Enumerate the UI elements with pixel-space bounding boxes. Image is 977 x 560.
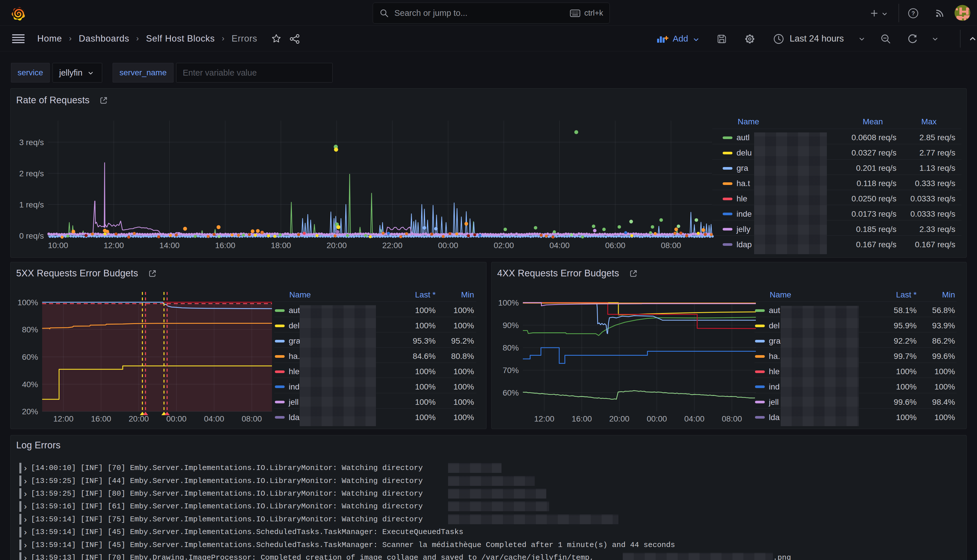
svg-text:12:00: 12:00 <box>104 241 124 250</box>
svg-text:100%: 100% <box>17 298 38 307</box>
svg-text:18:00: 18:00 <box>271 241 291 250</box>
svg-text:00:00: 00:00 <box>438 241 458 250</box>
svg-text:0 req/s: 0 req/s <box>19 232 44 240</box>
svg-text:04:00: 04:00 <box>549 241 569 250</box>
svg-text:08:00: 08:00 <box>242 414 262 423</box>
svg-text:?: ? <box>912 10 915 17</box>
svg-text:10:00: 10:00 <box>48 241 68 250</box>
svg-text:04:00: 04:00 <box>204 414 224 423</box>
svg-text:16:00: 16:00 <box>215 241 235 250</box>
svg-text:90%: 90% <box>503 321 519 330</box>
svg-text:3 req/s: 3 req/s <box>19 138 44 147</box>
svg-text:20:00: 20:00 <box>609 414 630 423</box>
svg-text:12:00: 12:00 <box>534 414 554 423</box>
svg-text:02:00: 02:00 <box>494 241 514 250</box>
svg-text:100%: 100% <box>498 298 519 307</box>
svg-text:22:00: 22:00 <box>382 241 402 250</box>
svg-text:70%: 70% <box>503 366 519 375</box>
svg-text:08:00: 08:00 <box>661 241 681 250</box>
svg-text:08:00: 08:00 <box>722 414 742 423</box>
svg-text:80%: 80% <box>22 325 38 334</box>
svg-text:20:00: 20:00 <box>327 241 347 250</box>
svg-text:40%: 40% <box>22 380 38 389</box>
svg-text:20:00: 20:00 <box>129 414 149 423</box>
svg-text:16:00: 16:00 <box>91 414 111 423</box>
svg-text:16:00: 16:00 <box>572 414 592 423</box>
svg-text:80%: 80% <box>503 343 519 352</box>
svg-text:14:00: 14:00 <box>159 241 180 250</box>
svg-text:2 req/s: 2 req/s <box>19 169 44 178</box>
svg-text:06:00: 06:00 <box>605 241 625 250</box>
svg-text:1 req/s: 1 req/s <box>19 200 44 209</box>
svg-text:60%: 60% <box>503 388 519 397</box>
svg-text:60%: 60% <box>22 353 38 362</box>
svg-text:00:00: 00:00 <box>166 414 187 423</box>
svg-text:20%: 20% <box>22 407 38 416</box>
svg-text:12:00: 12:00 <box>53 414 73 423</box>
svg-text:00:00: 00:00 <box>647 414 667 423</box>
svg-text:04:00: 04:00 <box>684 414 705 423</box>
